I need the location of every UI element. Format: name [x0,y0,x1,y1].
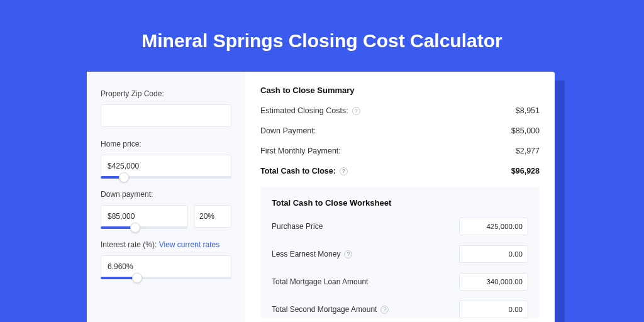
summary-value: $2,977 [516,147,540,155]
interest-rate-handle[interactable] [132,273,142,283]
ws-value[interactable]: 340,000.00 [459,273,528,291]
ws-value[interactable]: 0.00 [459,245,528,263]
down-payment-handle[interactable] [130,223,140,233]
interest-rate-label-text: Interest rate (%): [101,240,159,249]
calculator-panel: Property Zip Code: Home price: Down paym… [87,72,555,322]
ws-label-text: Less Earnest Money [272,250,340,258]
home-price-label: Home price: [101,140,231,148]
interest-rate-field: Interest rate (%): View current rates [101,240,231,278]
summary-title: Cash to Close Summary [260,86,540,95]
interest-rate-slider[interactable] [101,255,231,278]
summary-label-text: Down Payment: [260,126,316,135]
worksheet-row-mortgage-amount: Total Mortgage Loan Amount 340,000.00 [272,273,528,291]
view-rates-link[interactable]: View current rates [159,240,220,249]
down-payment-label: Down payment: [101,190,231,199]
help-icon[interactable]: ? [340,167,348,175]
summary-row-total: Total Cash to Close: ? $96,928 [260,167,540,175]
page-title: Mineral Springs Closing Cost Calculator [0,0,644,65]
summary-total-label: Total Cash to Close: [260,167,336,175]
home-price-track [101,176,231,179]
worksheet-row-second-mortgage: Total Second Mortgage Amount ? 0.00 [272,301,528,318]
ws-label-text: Total Mortgage Loan Amount [272,277,368,286]
inputs-sidebar: Property Zip Code: Home price: Down paym… [87,72,245,322]
summary-row-down-payment: Down Payment: $85,000 [260,126,540,135]
down-payment-pct-input[interactable] [194,205,231,228]
worksheet-section: Total Cash to Close Worksheet Purchase P… [260,187,540,318]
summary-total-value: $96,928 [511,167,540,175]
down-payment-field: Down payment: [101,190,231,228]
help-icon[interactable]: ? [344,250,352,258]
down-payment-slider[interactable] [101,205,187,228]
ws-value[interactable]: 425,000.00 [459,218,528,235]
help-icon[interactable]: ? [380,306,389,314]
worksheet-row-earnest-money: Less Earnest Money ? 0.00 [272,245,528,263]
help-icon[interactable]: ? [352,107,360,115]
worksheet-row-purchase-price: Purchase Price 425,000.00 [272,218,528,235]
down-payment-track [101,226,187,229]
zip-label: Property Zip Code: [101,89,231,98]
summary-row-first-payment: First Monthly Payment: $2,977 [260,147,540,155]
ws-label-text: Total Second Mortgage Amount [272,305,377,314]
down-payment-input[interactable] [101,205,187,228]
worksheet-title: Total Cash to Close Worksheet [272,198,528,208]
results-main: Cash to Close Summary Estimated Closing … [245,72,555,322]
interest-rate-label: Interest rate (%): View current rates [101,240,231,249]
ws-value[interactable]: 0.00 [459,301,528,318]
zip-input[interactable] [101,104,231,127]
summary-label-text: First Monthly Payment: [260,147,341,155]
home-price-field: Home price: [101,140,231,177]
interest-rate-input[interactable] [101,255,231,278]
home-price-slider[interactable] [101,155,231,177]
zip-field: Property Zip Code: [101,89,231,127]
ws-label-text: Purchase Price [272,222,323,231]
summary-label-text: Estimated Closing Costs: [260,106,348,115]
summary-value: $8,951 [516,106,540,115]
interest-rate-track [101,277,231,279]
summary-value: $85,000 [511,126,540,135]
home-price-handle[interactable] [119,172,129,182]
summary-row-closing-costs: Estimated Closing Costs: ? $8,951 [260,106,540,115]
